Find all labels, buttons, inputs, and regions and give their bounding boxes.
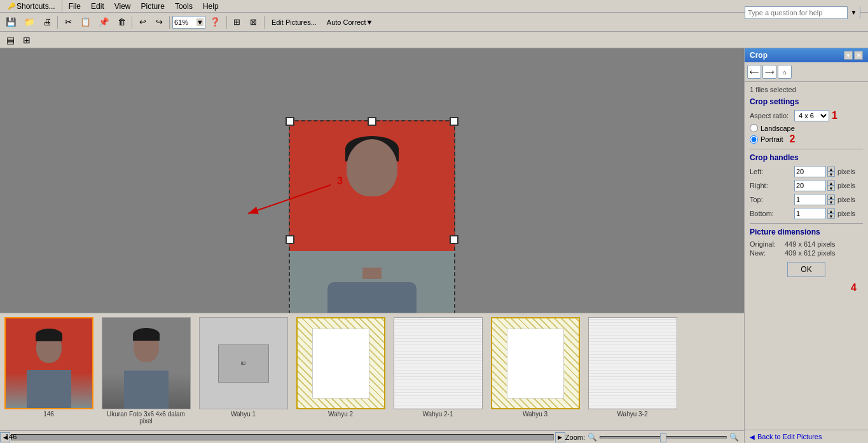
thumb-img-3 — [296, 317, 385, 409]
bottom-spin-down[interactable]: ▼ — [827, 214, 835, 219]
auto-correct-button[interactable]: Auto Correct ▼ — [322, 15, 378, 30]
original-dim-row: Original: 449 x 614 pixels — [750, 240, 863, 248]
delete-button[interactable]: 🗑 — [114, 15, 129, 30]
menu-picture[interactable]: Picture — [136, 1, 170, 12]
panel-nav-forward-btn[interactable]: ⟶ — [762, 65, 776, 79]
right-spin-down[interactable]: ▼ — [827, 186, 835, 191]
help-search-button[interactable]: ▼ — [847, 6, 860, 19]
status-bar: 146 — [0, 430, 17, 443]
zoom-in-icon[interactable]: 🔍 — [729, 433, 739, 442]
left-spin-buttons: ▲ ▼ — [827, 167, 835, 177]
bottom-label: Bottom: — [750, 210, 794, 217]
bottom-spin-up[interactable]: ▲ — [827, 208, 835, 214]
picture-dimensions-title: Picture dimensions — [750, 228, 863, 236]
scroll-track[interactable] — [11, 434, 554, 440]
bottom-input[interactable] — [794, 208, 826, 219]
canvas-scrollbar: 146 ◀ ▶ Zoom: 🔍 🔍 — [0, 430, 744, 443]
menu-file[interactable]: File — [64, 1, 86, 12]
thumbnail-item-6[interactable]: Wahyu 3-2 — [586, 317, 679, 426]
zoom-controls: Zoom: 🔍 🔍 — [565, 433, 744, 442]
thumbnail-item-3[interactable]: Wahyu 2 — [294, 317, 387, 426]
thumb-img-0 — [4, 317, 93, 409]
view-btn-2[interactable]: ⊞ — [19, 32, 34, 48]
portrait-radio[interactable] — [750, 135, 758, 144]
zoom-actual-button[interactable]: ⊠ — [246, 15, 261, 30]
help-search-box: ▼ — [745, 6, 860, 19]
auto-correct-dropdown-arrow[interactable]: ▼ — [366, 18, 373, 26]
landscape-radio[interactable] — [750, 124, 758, 132]
panel-pin-button[interactable]: ▼ — [844, 51, 853, 60]
top-input[interactable] — [794, 194, 826, 205]
secondary-toolbar: ▤ ⊞ — [0, 32, 868, 48]
zoom-slider-thumb[interactable] — [660, 433, 666, 442]
menu-edit[interactable]: Edit — [86, 1, 109, 12]
thumbnail-item-0[interactable]: 146 — [3, 317, 95, 426]
zoom-input[interactable] — [174, 18, 196, 26]
panel-content: 1 files selected Crop settings Aspect ra… — [745, 82, 868, 430]
right-spin-up[interactable]: ▲ — [827, 181, 835, 186]
thumb-img-1 — [102, 317, 191, 409]
ok-button[interactable]: OK — [787, 262, 825, 277]
help-search-input[interactable] — [745, 9, 847, 17]
panel-header-icons: ▼ ✕ — [844, 51, 863, 60]
portrait-radio-row: Portrait 2 — [750, 133, 863, 145]
right-unit: pixels — [837, 182, 855, 189]
orientation-radio-group: Landscape Portrait 2 — [750, 124, 863, 145]
menu-tools[interactable]: Tools — [170, 1, 198, 12]
scroll-right-button[interactable]: ▶ — [555, 432, 565, 442]
panel-nav-home-btn[interactable]: ⌂ — [778, 65, 792, 79]
divider-2 — [750, 223, 863, 224]
aspect-ratio-input-group: 4 x 6 3 x 5 5 x 7 — [794, 110, 829, 121]
thumbnail-strip: 146 Ukuran Foto 3x6 4x6 dalam pixel ID W… — [0, 313, 744, 430]
left-input[interactable] — [794, 166, 826, 177]
print-button[interactable]: 🖨 — [39, 15, 55, 30]
panel-nav-back-btn[interactable]: ⟵ — [747, 65, 761, 79]
bottom-row: Bottom: ▲ ▼ pixels — [750, 208, 863, 219]
back-icon: ◀ — [750, 433, 755, 440]
back-to-edit-pictures-link[interactable]: ◀ Back to Edit Pictures — [745, 430, 868, 443]
thumbnail-item-1[interactable]: Ukuran Foto 3x6 4x6 dalam pixel — [100, 317, 192, 426]
top-row: Top: ▲ ▼ pixels — [750, 194, 863, 205]
edit-pictures-button[interactable]: Edit Pictures... — [267, 15, 321, 30]
left-spin-down[interactable]: ▼ — [827, 172, 835, 177]
right-input[interactable] — [794, 180, 826, 191]
thumb-img-4 — [394, 317, 483, 409]
files-selected-text: 1 files selected — [750, 86, 863, 93]
thumbnail-item-2[interactable]: ID Wahyu 1 — [197, 317, 289, 426]
annotation-4-area: 4 — [750, 282, 863, 301]
left-label: Left: — [750, 168, 794, 175]
zoom-help-button[interactable]: ❓ — [207, 15, 224, 30]
thumbnail-label-3: Wahyu 2 — [328, 411, 353, 418]
menu-help[interactable]: Help — [198, 1, 224, 12]
zoom-slider-track[interactable] — [600, 436, 727, 439]
thumbnail-label-1: Ukuran Foto 3x6 4x6 dalam pixel — [102, 411, 191, 425]
undo-button[interactable]: ↩ — [135, 15, 150, 30]
zoom-out-icon[interactable]: 🔍 — [588, 433, 597, 442]
save-button[interactable]: 💾 — [3, 15, 20, 30]
view-btn-1[interactable]: ▤ — [3, 32, 18, 48]
bottom-unit: pixels — [837, 210, 855, 217]
left-spin-up[interactable]: ▲ — [827, 167, 835, 172]
open-button[interactable]: 📁 — [21, 15, 38, 30]
zoom-dropdown[interactable]: ▼ — [196, 18, 203, 26]
thumbnail-item-4[interactable]: Wahyu 2-1 — [392, 317, 484, 426]
left-input-group: ▲ ▼ pixels — [794, 166, 855, 177]
aspect-ratio-select[interactable]: 4 x 6 3 x 5 5 x 7 — [794, 110, 829, 121]
landscape-label: Landscape — [761, 125, 795, 132]
top-spin-down[interactable]: ▼ — [827, 200, 835, 205]
thumbnail-item-5[interactable]: Wahyu 3 — [489, 317, 581, 426]
thumbnail-label-2: Wahyu 1 — [231, 411, 256, 418]
copy-button[interactable]: 📋 — [77, 15, 94, 30]
crop-handles-title: Crop handles — [750, 153, 863, 162]
person-head — [347, 139, 397, 196]
menu-view[interactable]: View — [109, 1, 136, 12]
paste-button[interactable]: 📌 — [95, 15, 113, 30]
panel-close-button[interactable]: ✕ — [854, 51, 863, 60]
zoom-fit-button[interactable]: ⊞ — [230, 15, 245, 30]
redo-button[interactable]: ↪ — [151, 15, 167, 30]
top-label: Top: — [750, 196, 794, 203]
top-spin-up[interactable]: ▲ — [827, 194, 835, 200]
annotation-2: 2 — [789, 133, 795, 145]
shortcuts-btn[interactable]: 🔑 Shortcuts... — [3, 1, 60, 12]
cut-button[interactable]: ✂ — [60, 15, 76, 30]
